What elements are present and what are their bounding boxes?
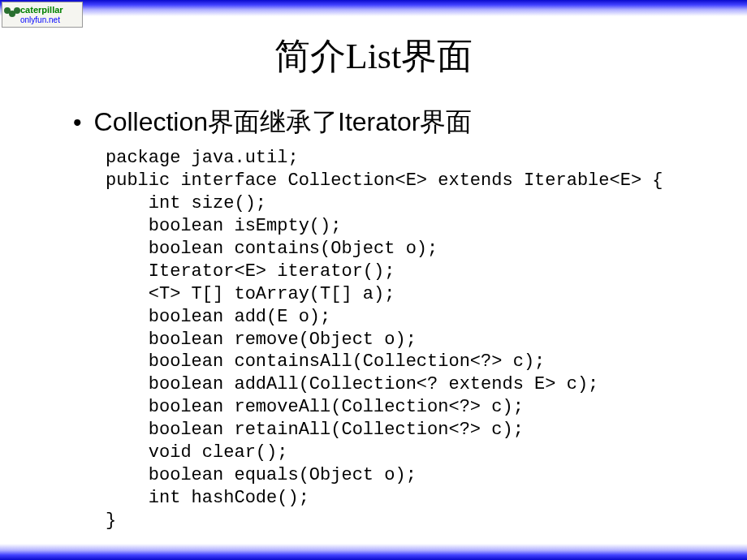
bullet-item: • Collection界面继承了Iterator界面	[73, 105, 715, 140]
bottom-gradient-bar	[0, 544, 747, 560]
logo-text-url: onlyfun.net	[20, 16, 82, 24]
bullet-text: Collection界面继承了Iterator界面	[94, 105, 473, 140]
top-gradient-bar	[0, 0, 747, 16]
caterpillar-icon	[4, 7, 20, 17]
logo-text-caterpillar: caterpillar	[20, 6, 82, 15]
bullet-marker: •	[73, 109, 82, 136]
code-block: package java.util; public interface Coll…	[106, 147, 715, 532]
slide-content: 简介List界面 • Collection界面继承了Iterator界面 pac…	[0, 24, 747, 532]
slide-title: 简介List界面	[32, 32, 715, 80]
logo-badge: caterpillar onlyfun.net	[2, 2, 83, 28]
